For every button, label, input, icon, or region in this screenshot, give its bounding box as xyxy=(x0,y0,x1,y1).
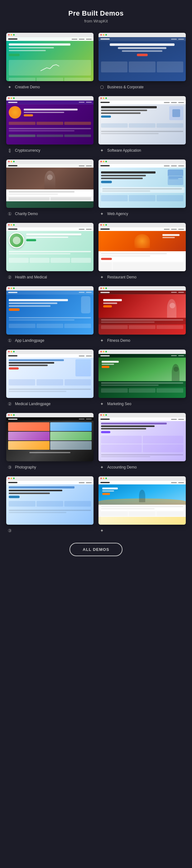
demo-label-creative: ✦ Creative Demo xyxy=(6,84,93,90)
software-icon: ✦ xyxy=(99,148,105,153)
demo-label-photography: ③ Photography xyxy=(6,464,93,470)
health-icon: ② xyxy=(7,274,12,280)
demo-thumb-photography[interactable] xyxy=(6,413,93,461)
demo-item-medical[interactable]: ② Medical Landingpage xyxy=(6,349,93,407)
demo-thumb-software[interactable] xyxy=(99,96,186,145)
demo-label-medical: ② Medical Landingpage xyxy=(6,401,93,407)
demo-thumb-marketing[interactable] xyxy=(99,349,186,398)
demo-label-marketing: ✦ Marketing Seo xyxy=(99,401,186,407)
demo-name-restaurant: Restaurant Demo xyxy=(107,275,137,279)
webagency-icon: ✦ xyxy=(99,211,105,217)
demo-label-software: ✦ Software Application xyxy=(99,148,186,153)
creative-icon: ✦ xyxy=(7,84,12,90)
demo-name-accounting: Accounting Demo xyxy=(107,465,137,469)
footer-section: ALL DEMOS xyxy=(6,543,186,556)
demo-name-app: App Landingpage xyxy=(15,338,44,343)
demo-item-accounting[interactable]: ✦ Accounting Demo xyxy=(99,413,186,470)
demo-label-fitness: ✦ Fitness Demo xyxy=(99,338,186,343)
demo-item-webagency[interactable]: ✦ Web Agency xyxy=(99,159,186,217)
demo-label-app: ① App Landingpage xyxy=(6,338,93,343)
page-header: Pre Built Demos from WrapKit xyxy=(6,9,186,23)
demo-name-charity: Charity Demo xyxy=(15,212,38,216)
demo-item-charity[interactable]: ① Charity Demo xyxy=(6,159,93,217)
marketing-icon: ✦ xyxy=(99,401,105,407)
photography-icon: ③ xyxy=(7,464,12,470)
demos-grid: ✦ Creative Demo xyxy=(6,33,186,533)
page-subtitle: from WrapKit xyxy=(6,19,186,23)
demo-label-business: ⬡ Business & Corporate xyxy=(99,84,186,90)
demo-item-last2[interactable]: ✦ xyxy=(99,476,186,533)
all-demos-button[interactable]: ALL DEMOS xyxy=(70,543,122,556)
last2-icon: ✦ xyxy=(99,528,105,533)
demo-thumb-last2[interactable] xyxy=(99,476,186,525)
restaurant-icon: ✦ xyxy=(99,274,105,280)
page-wrapper: Pre Built Demos from WrapKit xyxy=(0,0,192,868)
demo-thumb-last1[interactable] xyxy=(6,476,93,525)
demo-item-creative[interactable]: ✦ Creative Demo xyxy=(6,33,93,90)
demo-label-health: ② Health and Medical xyxy=(6,274,93,280)
demo-name-health: Health and Medical xyxy=(15,275,47,279)
demo-name-medical: Medical Landingpage xyxy=(15,402,50,406)
demo-label-accounting: ✦ Accounting Demo xyxy=(99,464,186,470)
demo-thumb-webagency[interactable] xyxy=(99,159,186,208)
demo-thumb-business[interactable] xyxy=(99,33,186,81)
demo-name-crypto: Cryptocurrency xyxy=(15,148,40,153)
demo-label-restaurant: ✦ Restaurant Demo xyxy=(99,274,186,280)
app-icon: ① xyxy=(7,338,12,343)
demo-name-marketing: Marketing Seo xyxy=(107,402,131,406)
demo-thumb-fitness[interactable] xyxy=(99,286,186,335)
demo-name-fitness: Fitness Demo xyxy=(107,338,130,343)
demo-name-webagency: Web Agency xyxy=(107,212,128,216)
demo-thumb-health[interactable] xyxy=(6,223,93,271)
demo-thumb-creative[interactable] xyxy=(6,33,93,81)
demo-item-crypto[interactable]: ₿ Cryptocurrency xyxy=(6,96,93,153)
crypto-icon: ₿ xyxy=(7,148,12,153)
accounting-icon: ✦ xyxy=(99,464,105,470)
demo-name-creative: Creative Demo xyxy=(15,85,40,89)
demo-thumb-app[interactable] xyxy=(6,286,93,335)
demo-item-fitness[interactable]: ✦ Fitness Demo xyxy=(99,286,186,343)
demo-name-photography: Photography xyxy=(15,465,36,469)
demo-label-crypto: ₿ Cryptocurrency xyxy=(6,148,93,153)
demo-item-photography[interactable]: ③ Photography xyxy=(6,413,93,470)
demo-label-charity: ① Charity Demo xyxy=(6,211,93,217)
page-title: Pre Built Demos xyxy=(6,9,186,18)
demo-thumb-restaurant[interactable] xyxy=(99,223,186,271)
demo-item-health[interactable]: ② Health and Medical xyxy=(6,223,93,280)
demo-thumb-accounting[interactable] xyxy=(99,413,186,461)
last1-icon: ③ xyxy=(7,528,12,533)
charity-icon: ① xyxy=(7,211,12,217)
demo-label-last1: ③ xyxy=(6,528,93,533)
demo-label-webagency: ✦ Web Agency xyxy=(99,211,186,217)
demo-thumb-medical[interactable] xyxy=(6,349,93,398)
demo-item-last1[interactable]: ③ xyxy=(6,476,93,533)
demo-label-last2: ✦ xyxy=(99,528,186,533)
demo-item-marketing[interactable]: ✦ Marketing Seo xyxy=(99,349,186,407)
demo-name-business: Business & Corporate xyxy=(107,85,144,89)
demo-item-restaurant[interactable]: ✦ Restaurant Demo xyxy=(99,223,186,280)
fitness-icon: ✦ xyxy=(99,338,105,343)
demo-thumb-crypto[interactable] xyxy=(6,96,93,145)
demo-item-business[interactable]: ⬡ Business & Corporate xyxy=(99,33,186,90)
demo-name-software: Software Application xyxy=(107,148,141,153)
medical-icon: ② xyxy=(7,401,12,407)
demo-item-app[interactable]: ① App Landingpage xyxy=(6,286,93,343)
demo-item-software[interactable]: ✦ Software Application xyxy=(99,96,186,153)
business-icon: ⬡ xyxy=(99,84,105,90)
demo-thumb-charity[interactable] xyxy=(6,159,93,208)
